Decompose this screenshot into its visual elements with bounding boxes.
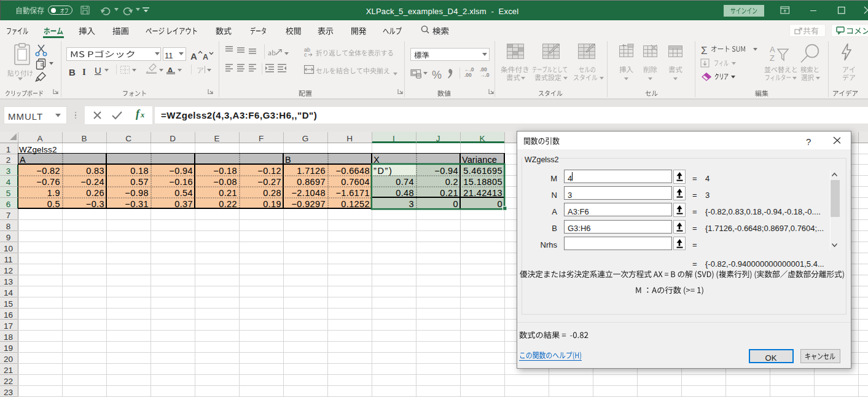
svg-text:Z: Z — [770, 53, 775, 61]
svg-text:c: c — [304, 52, 307, 57]
svg-text:A: A — [770, 45, 775, 54]
